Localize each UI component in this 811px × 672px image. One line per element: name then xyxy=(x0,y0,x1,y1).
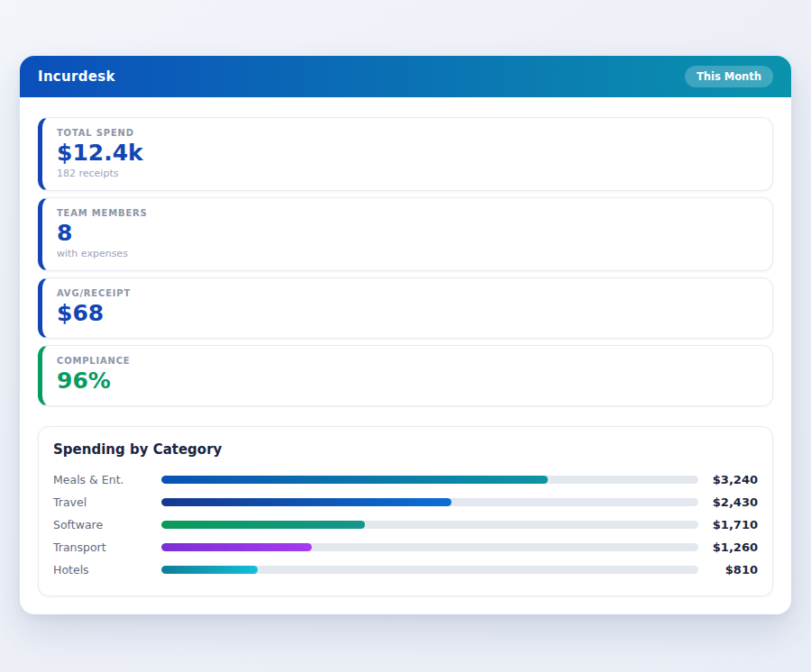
category-label: Transport xyxy=(53,540,161,554)
bar-track xyxy=(161,521,698,529)
category-label: Hotels xyxy=(53,563,161,577)
bar-track xyxy=(161,476,698,484)
chart-row-software: Software $1,710 xyxy=(53,513,758,536)
category-label: Software xyxy=(53,518,161,531)
bar-fill-meals xyxy=(161,476,548,484)
stat-label: COMPLIANCE xyxy=(57,356,758,366)
bar-fill-software xyxy=(161,521,365,529)
stat-value: $68 xyxy=(57,300,758,327)
bar-track xyxy=(161,543,698,551)
stat-value: 96% xyxy=(57,368,758,395)
stat-label: TEAM MEMBERS xyxy=(57,208,758,218)
chart-row-meals: Meals & Ent. $3,240 xyxy=(53,468,758,491)
category-value: $2,430 xyxy=(698,495,758,509)
stat-value: 8 xyxy=(57,220,758,247)
stat-value: $12.4k xyxy=(57,140,758,167)
bar-fill-travel xyxy=(161,498,451,506)
chart-row-transport: Transport $1,260 xyxy=(53,536,758,558)
bar-track xyxy=(161,566,698,574)
spending-by-category-card: Spending by Category Meals & Ent. $3,240… xyxy=(38,426,773,596)
bar-fill-hotels xyxy=(161,566,258,574)
stat-subtext: with expenses xyxy=(57,248,758,259)
category-value: $1,710 xyxy=(698,518,758,531)
stat-card-team-members: TEAM MEMBERS 8 with expenses xyxy=(38,197,773,271)
stat-label: AVG/RECEIPT xyxy=(57,288,758,298)
dashboard-window: Incurdesk This Month TOTAL SPEND $12.4k … xyxy=(20,56,791,614)
category-value: $810 xyxy=(698,563,758,577)
bar-fill-transport xyxy=(161,543,312,551)
chart-row-travel: Travel $2,430 xyxy=(53,491,758,513)
stat-card-total-spend: TOTAL SPEND $12.4k 182 receipts xyxy=(38,117,773,191)
period-badge[interactable]: This Month xyxy=(685,66,773,87)
chart-title: Spending by Category xyxy=(53,441,758,458)
category-label: Travel xyxy=(53,495,161,509)
stat-card-avg-receipt: AVG/RECEIPT $68 xyxy=(38,277,773,339)
stat-label: TOTAL SPEND xyxy=(57,128,758,138)
app-header: Incurdesk This Month xyxy=(20,56,791,97)
category-value: $3,240 xyxy=(698,473,758,486)
bar-track xyxy=(161,498,698,506)
app-title: Incurdesk xyxy=(38,68,115,85)
category-label: Meals & Ent. xyxy=(53,473,161,486)
category-value: $1,260 xyxy=(698,540,758,554)
stat-card-compliance: COMPLIANCE 96% xyxy=(38,345,773,406)
dashboard-body: TOTAL SPEND $12.4k 182 receipts TEAM MEM… xyxy=(20,97,791,614)
chart-row-hotels: Hotels $810 xyxy=(53,558,758,581)
stat-subtext: 182 receipts xyxy=(57,168,758,179)
